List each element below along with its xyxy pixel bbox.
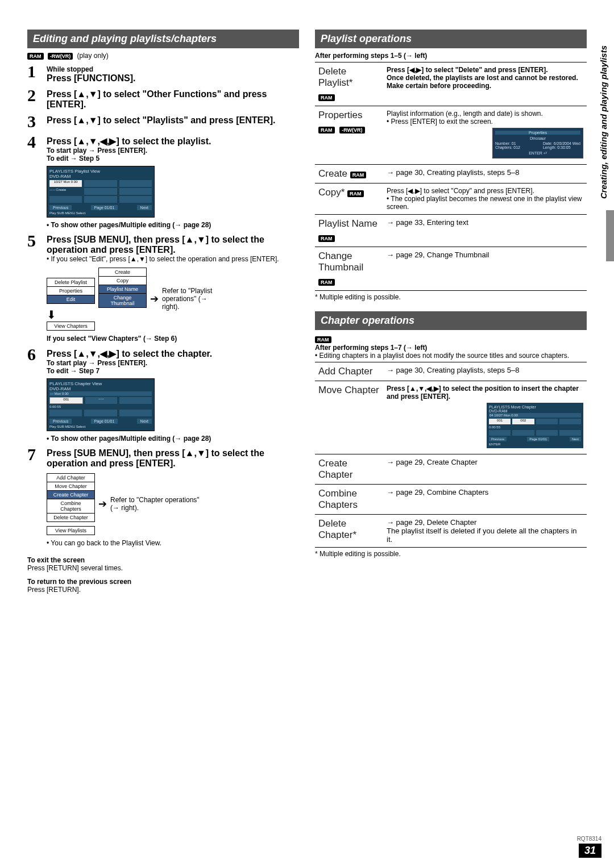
ret-h: To return to the previous screen <box>27 578 299 586</box>
d-create-ch: → page 29, Create Chapter <box>383 454 587 485</box>
t-thumb: Change Thumbnail <box>318 251 380 273</box>
scrn2-page: Page 01/01 <box>91 419 118 424</box>
t-add-ch: Add Chapter <box>315 362 383 381</box>
ch-note: • Editing chapters in a playlist does no… <box>315 352 587 360</box>
props-name: Dinosaur <box>495 136 580 140</box>
disc-note: (play only) <box>77 52 109 60</box>
scrn1-page: Page 01/01 <box>91 205 118 210</box>
pl-pre: After performing steps 1–5 (→ left) <box>315 52 587 60</box>
step5-note: If you select "View Chapters" (→ Step 6) <box>47 335 299 343</box>
step4-num: 4 <box>27 133 41 229</box>
row-copy: Copy* RAM Press [◀,▶] to select "Copy" a… <box>315 183 587 215</box>
step-6: 6 Press [▲,▼,◀,▶] to select the chapter.… <box>27 346 299 443</box>
m-view-ch: View Chapters <box>47 322 95 331</box>
d-create: → page 30, Creating playlists, steps 5–8 <box>383 165 587 183</box>
scrn2-c1: 001 <box>63 398 69 401</box>
mv-t: 0:00:55 <box>489 425 581 429</box>
step4-sub1: To start play → Press [ENTER]. <box>47 147 299 155</box>
props-r2: Length: 0:30:05 <box>543 145 580 149</box>
left-header: Editing and playing playlists/chapters <box>27 30 299 48</box>
badge-ram: RAM <box>27 53 44 60</box>
b-copy: RAM <box>347 190 364 197</box>
step-7: 7 Press [SUB MENU], then press [▲,▼] to … <box>27 446 299 547</box>
props-title: Properties <box>495 131 580 135</box>
exit-t: Press [RETURN] several times. <box>27 564 299 572</box>
d-prop: Playlist information (e.g., length and d… <box>387 110 583 126</box>
scrn1-next: Next <box>137 205 152 210</box>
scrn2-next: Next <box>137 419 152 424</box>
row-properties: Properties RAM -RW(VR) Playlist informat… <box>315 106 587 165</box>
step7-menu: Add Chapter Move Chapter Create Chapter … <box>47 473 299 535</box>
step3-text: Press [▲,▼] to select "Playlists" and pr… <box>47 113 299 130</box>
step4-note: • To show other pages/Multiple editing (… <box>47 221 299 229</box>
b-thumb: RAM <box>318 279 335 286</box>
d-del: Press [◀,▶] to select "Delete" and press… <box>383 62 587 106</box>
scrn1-foot: Play SUB MENU Select <box>49 211 152 215</box>
d-delete-ch: → page 29, Delete Chapter The playlist i… <box>383 515 587 548</box>
screen-playlist-view: PLAYLISTS Playlist View DVD-RAM 10/27 Mo… <box>47 166 155 218</box>
disc-badges: RAM -RW(VR) (play only) <box>27 52 299 60</box>
arrow-right-icon: ➔ <box>150 293 159 305</box>
step6-text: Press [▲,▼,◀,▶] to select the chapter. <box>47 348 299 359</box>
step-5: 5 Press [SUB MENU], then press [▲,▼] to … <box>27 232 299 343</box>
b-create: RAM <box>350 172 367 178</box>
step7-text: Press [SUB MENU], then press [▲,▼] to se… <box>47 448 299 469</box>
step5-menu-left: Delete Playlist Properties Edit ⬇ View C… <box>47 268 95 330</box>
step-3: 3 Press [▲,▼] to select "Playlists" and … <box>27 113 299 130</box>
playlist-ops-header: Playlist operations <box>315 30 587 48</box>
step2-num: 2 <box>27 87 41 110</box>
t-prop: Properties <box>318 110 380 121</box>
d-copy: Press [◀,▶] to select "Copy" and press [… <box>383 183 587 215</box>
row-plname: Playlist Name RAM → page 33, Entering te… <box>315 215 587 247</box>
exit-block: To exit the screen Press [RETURN] severa… <box>27 556 299 572</box>
t-create-ch: Create Chapter <box>315 454 383 485</box>
props-l2: Chapters: 012 <box>495 145 520 149</box>
row-combine-ch: Combine Chapters → page 29, Combine Chap… <box>315 485 587 515</box>
side-tab: Creating, editing and playing playlists <box>599 45 608 199</box>
mv-sub: DVD-RAM <box>489 409 581 413</box>
t-delete-ch: Delete Chapter* <box>315 515 383 548</box>
scrn1-sub: DVD-RAM <box>49 174 152 179</box>
scrn1-title: PLAYLISTS Playlist View <box>49 169 100 174</box>
t-move-ch: Move Chapter <box>315 381 383 454</box>
row-delete-playlist: Delete Playlist* RAM Press [◀,▶] to sele… <box>315 62 587 106</box>
screen-chapter-view: PLAYLISTS Chapter View DVD-RAM --- Mon 0… <box>47 378 155 431</box>
d-combine-ch: → page 29, Combine Chapters <box>383 485 587 515</box>
m-copy: Copy <box>98 276 147 285</box>
arrow-right-icon2: ➔ <box>98 498 107 510</box>
step7-back: • You can go back to the Playlist View. <box>47 539 299 547</box>
d-thumb: → page 29, Change Thumbnail <box>383 247 587 291</box>
chapter-ops-table: Add Chapter → page 30, Creating playlist… <box>315 362 587 548</box>
step6-sub1: To start play → Press [ENTER]. <box>47 359 299 367</box>
scrn2-prev: Previous <box>49 419 72 424</box>
scrn2-sub: DVD-RAM <box>49 386 152 391</box>
mv-row: 04 10/27 Mon 0:30 <box>489 413 581 418</box>
mv-next: Next <box>570 437 581 441</box>
grey-accent <box>606 210 614 261</box>
scrn2-c2: --:-- <box>85 397 118 404</box>
m-create: Create <box>98 268 147 277</box>
step7-ref: Refer to "Chapter operations" (→ right). <box>110 496 207 512</box>
b-del: RAM <box>318 94 335 101</box>
step2-text: Press [▲,▼] to select "Other Functions" … <box>47 87 299 110</box>
footer-code: RQT8314 <box>577 836 601 842</box>
chapter-ops-header: Chapter operations <box>315 311 587 330</box>
t-copy: Copy* <box>318 187 345 198</box>
row-delete-ch: Delete Chapter* → page 29, Delete Chapte… <box>315 515 587 548</box>
d-move-ch: Press [▲,▼,◀,▶] to select the position t… <box>387 385 583 400</box>
m-edit: Edit <box>47 295 95 304</box>
step6-num: 6 <box>27 346 41 443</box>
scrn2-title: PLAYLISTS Chapter View <box>49 381 152 386</box>
step1-line1: While stopped <box>47 65 299 73</box>
step5-menu-right: Create Copy Playlist Name Change Thumbna… <box>98 268 147 307</box>
mv-c1: 001 <box>489 419 511 424</box>
mv-foot: ENTER <box>489 443 581 446</box>
t-create: Create <box>318 168 347 179</box>
row-thumb: Change Thumbnail RAM → page 29, Change T… <box>315 247 587 291</box>
step7-num: 7 <box>27 446 41 547</box>
row-add-ch: Add Chapter → page 30, Creating playlist… <box>315 362 587 381</box>
d-plname: → page 33, Entering text <box>383 215 587 247</box>
b-prop2: -RW(VR) <box>339 127 364 133</box>
playlist-ops-table: Delete Playlist* RAM Press [◀,▶] to sele… <box>315 62 587 291</box>
mv-page: Page 01/01 <box>527 437 549 441</box>
